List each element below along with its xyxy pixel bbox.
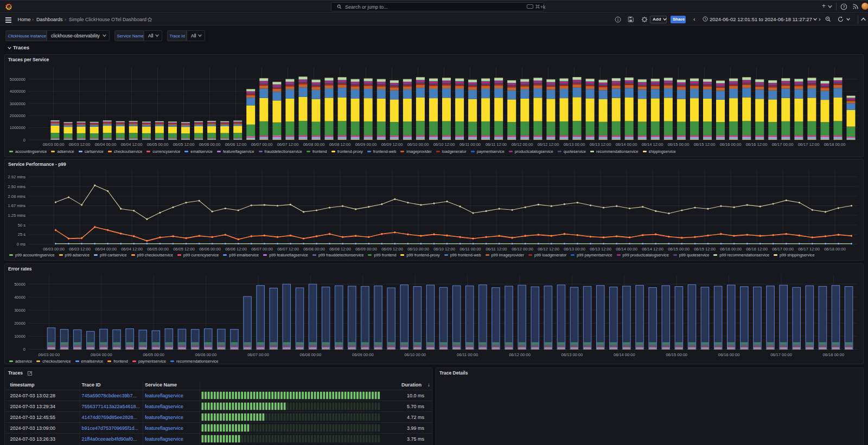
svg-text:06/15 12:00: 06/15 12:00 <box>694 142 716 147</box>
svg-text:06/07 00:00: 06/07 00:00 <box>251 142 273 147</box>
svg-text:0 ms: 0 ms <box>17 242 26 247</box>
svg-text:06/11 12:00: 06/11 12:00 <box>486 247 507 251</box>
svg-text:Duration: Duration <box>401 382 422 388</box>
svg-text:06/07 12:00: 06/07 12:00 <box>277 142 299 147</box>
svg-text:featureflagservice: featureflagservice <box>145 425 183 431</box>
svg-text:06/13 00:00: 06/13 00:00 <box>564 247 585 251</box>
svg-text:06/07 00:00: 06/07 00:00 <box>247 352 269 357</box>
svg-text:2024-07-03 12:45:55: 2024-07-03 12:45:55 <box>10 415 56 420</box>
svg-text:b91ce47d753709695f1d...: b91ce47d753709695f1d... <box>82 425 139 431</box>
svg-text:06/04 00:00: 06/04 00:00 <box>95 142 117 147</box>
svg-text:06/16 00:00: 06/16 00:00 <box>718 352 740 357</box>
svg-text:06/12 00:00: 06/12 00:00 <box>512 142 533 147</box>
svg-text:06/05 12:00: 06/05 12:00 <box>173 142 195 147</box>
svg-text:?: ? <box>843 5 845 9</box>
svg-text:06/13 00:00: 06/13 00:00 <box>564 142 585 147</box>
svg-text:2024-07-03 13:09:00: 2024-07-03 13:09:00 <box>10 425 56 431</box>
svg-text:06/11 12:00: 06/11 12:00 <box>486 142 507 147</box>
svg-text:21ff4a0ceeaeb4fd90af0...: 21ff4a0ceeaeb4fd90af0... <box>82 436 137 442</box>
svg-text:2024-07-03 13:02:28: 2024-07-03 13:02:28 <box>10 393 56 398</box>
svg-text:06/12 00:00: 06/12 00:00 <box>512 247 533 251</box>
svg-text:06/09 12:00: 06/09 12:00 <box>381 247 403 251</box>
svg-text:75563771413a22a54618...: 75563771413a22a54618... <box>82 404 141 409</box>
svg-text:06/15 00:00: 06/15 00:00 <box>668 142 690 147</box>
svg-text:06/17 00:00: 06/17 00:00 <box>772 247 794 251</box>
svg-text:↓: ↓ <box>427 382 430 388</box>
svg-text:5.70 ms: 5.70 ms <box>407 404 425 409</box>
svg-text:timestamp: timestamp <box>10 382 35 388</box>
svg-text:06/11 00:00: 06/11 00:00 <box>459 247 481 251</box>
svg-text:20000: 20000 <box>14 321 25 326</box>
svg-text:2.92 mins: 2.92 mins <box>8 175 25 179</box>
svg-text:06/09 00:00: 06/09 00:00 <box>355 247 377 251</box>
svg-text:06/16 00:00: 06/16 00:00 <box>720 247 742 251</box>
svg-text:06/09 00:00: 06/09 00:00 <box>355 142 377 147</box>
svg-text:06/05 00:00: 06/05 00:00 <box>143 352 164 357</box>
svg-text:06/03 12:00: 06/03 12:00 <box>69 247 91 251</box>
svg-text:10.0 ms: 10.0 ms <box>407 393 425 398</box>
svg-text:06/09 12:00: 06/09 12:00 <box>381 142 403 147</box>
svg-text:06/03 00:00: 06/03 00:00 <box>39 352 60 357</box>
svg-text:06/13 12:00: 06/13 12:00 <box>590 247 611 251</box>
svg-text:3.75 ms: 3.75 ms <box>407 436 425 442</box>
svg-text:745a59078cbdeec39b7...: 745a59078cbdeec39b7... <box>82 393 137 398</box>
svg-text:2.08 mins: 2.08 mins <box>8 194 25 199</box>
svg-text:06/14 00:00: 06/14 00:00 <box>616 247 637 251</box>
svg-text:2024-07-03 13:29:34: 2024-07-03 13:29:34 <box>10 404 56 409</box>
svg-text:50000: 50000 <box>14 282 25 287</box>
svg-text:41474d0769d85ee2828...: 41474d0769d85ee2828... <box>82 415 138 420</box>
svg-text:06/05 00:00: 06/05 00:00 <box>147 247 169 251</box>
svg-text:06/10 12:00: 06/10 12:00 <box>433 142 455 147</box>
svg-text:06/14 00:00: 06/14 00:00 <box>614 352 635 357</box>
svg-text:0: 0 <box>23 138 25 143</box>
svg-text:5000000: 5000000 <box>10 77 25 82</box>
svg-text:1000000: 1000000 <box>10 125 25 130</box>
svg-text:06/06 12:00: 06/06 12:00 <box>225 142 247 147</box>
svg-text:06/14 00:00: 06/14 00:00 <box>616 142 637 147</box>
svg-text:3000000: 3000000 <box>10 101 25 106</box>
svg-text:1.25 mins: 1.25 mins <box>8 213 25 218</box>
svg-text:06/18 00:00: 06/18 00:00 <box>824 247 846 251</box>
svg-text:1.67 mins: 1.67 mins <box>8 203 25 208</box>
svg-text:06/09 00:00: 06/09 00:00 <box>352 352 374 357</box>
svg-text:featureflagservice: featureflagservice <box>145 415 183 420</box>
svg-text:06/11 00:00: 06/11 00:00 <box>457 352 478 357</box>
svg-text:2.50 mins: 2.50 mins <box>8 184 25 189</box>
svg-text:06/17 12:00: 06/17 12:00 <box>798 142 820 147</box>
svg-text:4.72 ms: 4.72 ms <box>407 415 425 420</box>
svg-text:featureflagservice: featureflagservice <box>145 393 183 398</box>
svg-text:06/12 12:00: 06/12 12:00 <box>538 142 559 147</box>
svg-text:06/17 12:00: 06/17 12:00 <box>798 247 820 251</box>
svg-text:50 s: 50 s <box>18 223 25 228</box>
svg-text:06/05 12:00: 06/05 12:00 <box>173 247 195 251</box>
svg-text:06/08 00:00: 06/08 00:00 <box>300 352 322 357</box>
svg-text:06/06 00:00: 06/06 00:00 <box>195 352 217 357</box>
svg-text:06/04 12:00: 06/04 12:00 <box>121 142 143 147</box>
svg-text:Service Name: Service Name <box>145 382 177 388</box>
svg-text:10000: 10000 <box>14 334 25 339</box>
svg-text:06/11 00:00: 06/11 00:00 <box>459 142 481 147</box>
svg-text:06/16 12:00: 06/16 12:00 <box>746 142 768 147</box>
svg-text:06/03 12:00: 06/03 12:00 <box>69 142 91 147</box>
svg-text:25 s: 25 s <box>18 232 25 237</box>
svg-text:3.99 ms: 3.99 ms <box>407 425 425 431</box>
svg-text:06/12 00:00: 06/12 00:00 <box>509 352 531 357</box>
svg-text:2000000: 2000000 <box>10 113 25 118</box>
svg-text:06/04 00:00: 06/04 00:00 <box>95 247 117 251</box>
svg-text:06/14 12:00: 06/14 12:00 <box>642 247 663 251</box>
svg-text:06/16 00:00: 06/16 00:00 <box>720 142 742 147</box>
svg-text:06/15 00:00: 06/15 00:00 <box>668 247 690 251</box>
svg-text:06/08 00:00: 06/08 00:00 <box>303 142 325 147</box>
svg-text:0: 0 <box>23 347 25 352</box>
svg-text:2024-07-03 13:26:33: 2024-07-03 13:26:33 <box>10 436 56 442</box>
svg-text:06/08 12:00: 06/08 12:00 <box>329 142 351 147</box>
svg-text:06/07 00:00: 06/07 00:00 <box>251 247 273 251</box>
svg-text:30000: 30000 <box>14 308 25 313</box>
svg-text:06/03 00:00: 06/03 00:00 <box>43 142 65 147</box>
svg-text:4000000: 4000000 <box>10 89 25 94</box>
svg-text:06/10 12:00: 06/10 12:00 <box>433 247 455 251</box>
svg-text:06/15 00:00: 06/15 00:00 <box>666 352 687 357</box>
svg-text:06/04 12:00: 06/04 12:00 <box>121 247 143 251</box>
svg-text:featureflagservice: featureflagservice <box>145 436 183 442</box>
svg-text:06/04 00:00: 06/04 00:00 <box>91 352 112 357</box>
